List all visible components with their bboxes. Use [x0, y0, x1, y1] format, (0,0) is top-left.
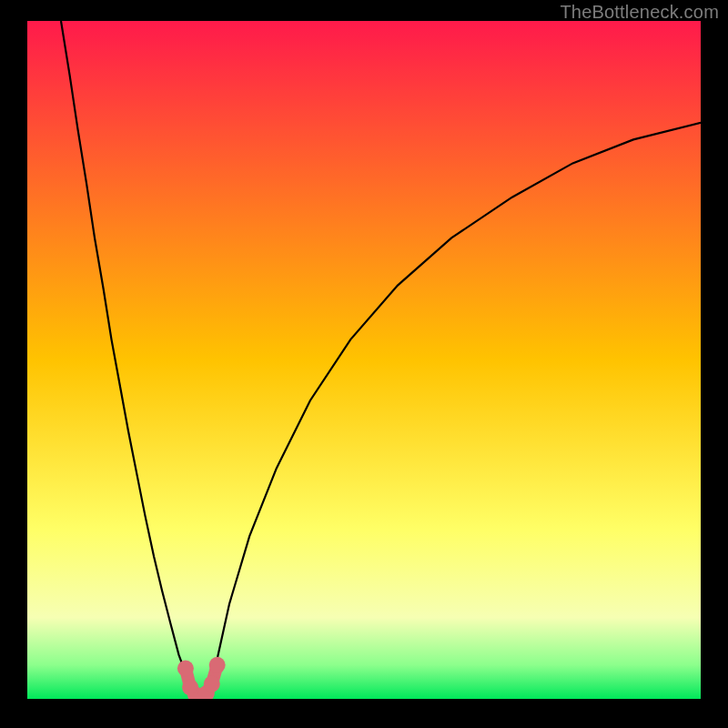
chart-frame: TheBottleneck.com: [0, 0, 728, 728]
marker-dot: [177, 661, 194, 677]
plot-area: [27, 21, 701, 699]
watermark-text: TheBottleneck.com: [560, 2, 719, 23]
gradient-background: [27, 21, 701, 699]
marker-dot: [209, 657, 226, 673]
chart-svg: [27, 21, 701, 699]
marker-dot: [204, 676, 220, 693]
